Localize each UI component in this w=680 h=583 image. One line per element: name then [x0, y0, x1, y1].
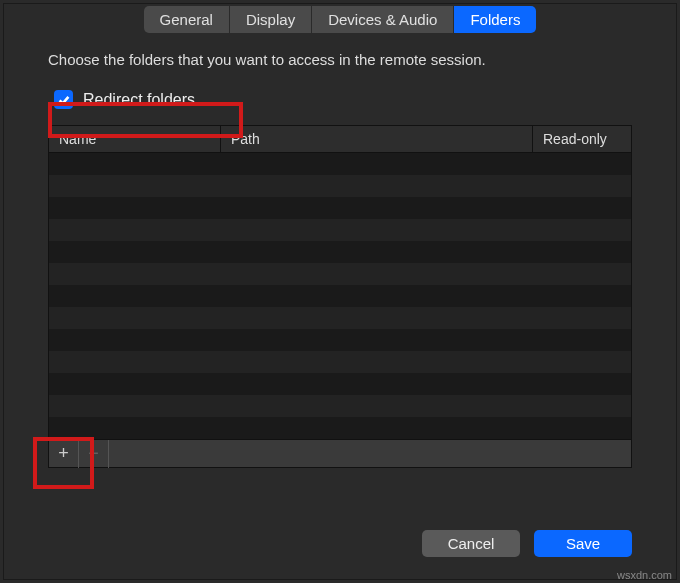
cancel-button[interactable]: Cancel	[422, 530, 520, 557]
watermark-text: wsxdn.com	[617, 569, 672, 581]
annotation-highlight	[48, 102, 243, 138]
save-button[interactable]: Save	[534, 530, 632, 557]
dialog-buttons: Cancel Save	[422, 530, 632, 557]
annotation-highlight	[33, 437, 94, 489]
